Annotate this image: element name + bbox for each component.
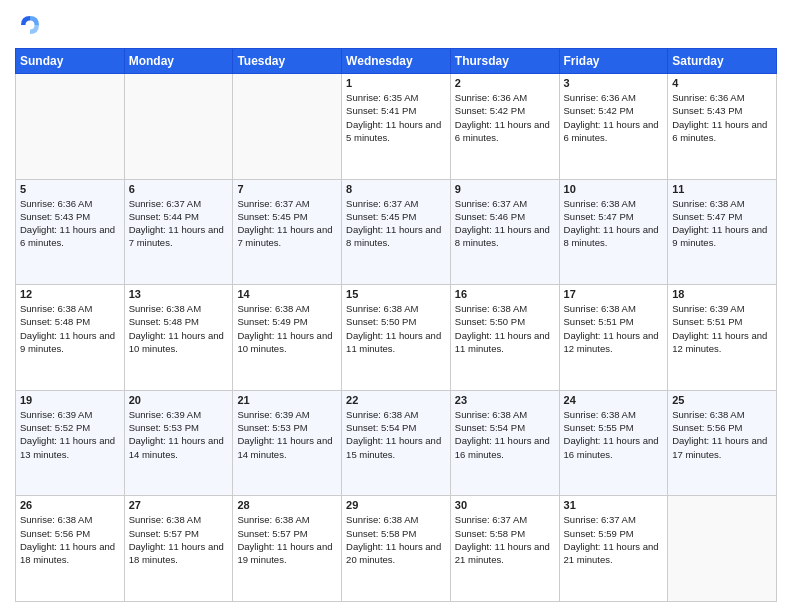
day-number: 12 [20, 288, 120, 300]
day-info: Sunrise: 6:37 AMSunset: 5:58 PMDaylight:… [455, 513, 555, 566]
day-info: Sunrise: 6:39 AMSunset: 5:53 PMDaylight:… [129, 408, 229, 461]
calendar-cell: 2Sunrise: 6:36 AMSunset: 5:42 PMDaylight… [450, 74, 559, 180]
day-info: Sunrise: 6:38 AMSunset: 5:58 PMDaylight:… [346, 513, 446, 566]
calendar-cell: 17Sunrise: 6:38 AMSunset: 5:51 PMDayligh… [559, 285, 668, 391]
calendar-cell: 25Sunrise: 6:38 AMSunset: 5:56 PMDayligh… [668, 390, 777, 496]
day-info: Sunrise: 6:37 AMSunset: 5:59 PMDaylight:… [564, 513, 664, 566]
calendar-cell: 11Sunrise: 6:38 AMSunset: 5:47 PMDayligh… [668, 179, 777, 285]
day-number: 3 [564, 77, 664, 89]
day-info: Sunrise: 6:39 AMSunset: 5:53 PMDaylight:… [237, 408, 337, 461]
day-info: Sunrise: 6:38 AMSunset: 5:51 PMDaylight:… [564, 302, 664, 355]
day-number: 14 [237, 288, 337, 300]
calendar-cell: 23Sunrise: 6:38 AMSunset: 5:54 PMDayligh… [450, 390, 559, 496]
week-row-2: 12Sunrise: 6:38 AMSunset: 5:48 PMDayligh… [16, 285, 777, 391]
calendar-cell: 3Sunrise: 6:36 AMSunset: 5:42 PMDaylight… [559, 74, 668, 180]
week-row-1: 5Sunrise: 6:36 AMSunset: 5:43 PMDaylight… [16, 179, 777, 285]
calendar-cell [233, 74, 342, 180]
calendar-cell: 14Sunrise: 6:38 AMSunset: 5:49 PMDayligh… [233, 285, 342, 391]
calendar-cell: 12Sunrise: 6:38 AMSunset: 5:48 PMDayligh… [16, 285, 125, 391]
calendar-cell: 29Sunrise: 6:38 AMSunset: 5:58 PMDayligh… [342, 496, 451, 602]
calendar-cell: 10Sunrise: 6:38 AMSunset: 5:47 PMDayligh… [559, 179, 668, 285]
day-number: 16 [455, 288, 555, 300]
calendar-cell [124, 74, 233, 180]
day-info: Sunrise: 6:37 AMSunset: 5:45 PMDaylight:… [346, 197, 446, 250]
day-number: 19 [20, 394, 120, 406]
day-info: Sunrise: 6:36 AMSunset: 5:43 PMDaylight:… [672, 91, 772, 144]
day-info: Sunrise: 6:38 AMSunset: 5:55 PMDaylight:… [564, 408, 664, 461]
calendar-cell: 7Sunrise: 6:37 AMSunset: 5:45 PMDaylight… [233, 179, 342, 285]
calendar-cell: 30Sunrise: 6:37 AMSunset: 5:58 PMDayligh… [450, 496, 559, 602]
calendar: SundayMondayTuesdayWednesdayThursdayFrid… [15, 48, 777, 602]
calendar-cell: 16Sunrise: 6:38 AMSunset: 5:50 PMDayligh… [450, 285, 559, 391]
weekday-header-wednesday: Wednesday [342, 49, 451, 74]
calendar-cell: 19Sunrise: 6:39 AMSunset: 5:52 PMDayligh… [16, 390, 125, 496]
day-number: 28 [237, 499, 337, 511]
day-number: 9 [455, 183, 555, 195]
weekday-header-row: SundayMondayTuesdayWednesdayThursdayFrid… [16, 49, 777, 74]
day-number: 18 [672, 288, 772, 300]
calendar-cell: 24Sunrise: 6:38 AMSunset: 5:55 PMDayligh… [559, 390, 668, 496]
day-number: 24 [564, 394, 664, 406]
day-number: 29 [346, 499, 446, 511]
day-info: Sunrise: 6:38 AMSunset: 5:50 PMDaylight:… [346, 302, 446, 355]
day-number: 27 [129, 499, 229, 511]
day-number: 1 [346, 77, 446, 89]
day-number: 6 [129, 183, 229, 195]
calendar-cell: 1Sunrise: 6:35 AMSunset: 5:41 PMDaylight… [342, 74, 451, 180]
calendar-cell: 8Sunrise: 6:37 AMSunset: 5:45 PMDaylight… [342, 179, 451, 285]
logo [15, 10, 49, 40]
day-info: Sunrise: 6:38 AMSunset: 5:48 PMDaylight:… [20, 302, 120, 355]
calendar-cell: 9Sunrise: 6:37 AMSunset: 5:46 PMDaylight… [450, 179, 559, 285]
week-row-3: 19Sunrise: 6:39 AMSunset: 5:52 PMDayligh… [16, 390, 777, 496]
day-number: 23 [455, 394, 555, 406]
weekday-header-monday: Monday [124, 49, 233, 74]
calendar-cell: 22Sunrise: 6:38 AMSunset: 5:54 PMDayligh… [342, 390, 451, 496]
day-info: Sunrise: 6:37 AMSunset: 5:44 PMDaylight:… [129, 197, 229, 250]
week-row-0: 1Sunrise: 6:35 AMSunset: 5:41 PMDaylight… [16, 74, 777, 180]
week-row-4: 26Sunrise: 6:38 AMSunset: 5:56 PMDayligh… [16, 496, 777, 602]
weekday-header-sunday: Sunday [16, 49, 125, 74]
page: SundayMondayTuesdayWednesdayThursdayFrid… [0, 0, 792, 612]
calendar-cell: 15Sunrise: 6:38 AMSunset: 5:50 PMDayligh… [342, 285, 451, 391]
day-info: Sunrise: 6:38 AMSunset: 5:49 PMDaylight:… [237, 302, 337, 355]
day-number: 26 [20, 499, 120, 511]
calendar-cell: 27Sunrise: 6:38 AMSunset: 5:57 PMDayligh… [124, 496, 233, 602]
calendar-cell [16, 74, 125, 180]
weekday-header-tuesday: Tuesday [233, 49, 342, 74]
day-number: 30 [455, 499, 555, 511]
day-info: Sunrise: 6:38 AMSunset: 5:56 PMDaylight:… [672, 408, 772, 461]
day-number: 15 [346, 288, 446, 300]
day-info: Sunrise: 6:38 AMSunset: 5:47 PMDaylight:… [672, 197, 772, 250]
day-number: 5 [20, 183, 120, 195]
day-info: Sunrise: 6:38 AMSunset: 5:50 PMDaylight:… [455, 302, 555, 355]
day-number: 2 [455, 77, 555, 89]
calendar-cell: 31Sunrise: 6:37 AMSunset: 5:59 PMDayligh… [559, 496, 668, 602]
calendar-cell: 6Sunrise: 6:37 AMSunset: 5:44 PMDaylight… [124, 179, 233, 285]
day-info: Sunrise: 6:38 AMSunset: 5:48 PMDaylight:… [129, 302, 229, 355]
day-info: Sunrise: 6:39 AMSunset: 5:52 PMDaylight:… [20, 408, 120, 461]
day-number: 7 [237, 183, 337, 195]
calendar-cell: 26Sunrise: 6:38 AMSunset: 5:56 PMDayligh… [16, 496, 125, 602]
day-number: 22 [346, 394, 446, 406]
day-info: Sunrise: 6:37 AMSunset: 5:46 PMDaylight:… [455, 197, 555, 250]
day-number: 4 [672, 77, 772, 89]
day-info: Sunrise: 6:38 AMSunset: 5:54 PMDaylight:… [455, 408, 555, 461]
calendar-cell: 20Sunrise: 6:39 AMSunset: 5:53 PMDayligh… [124, 390, 233, 496]
day-number: 13 [129, 288, 229, 300]
day-info: Sunrise: 6:37 AMSunset: 5:45 PMDaylight:… [237, 197, 337, 250]
weekday-header-friday: Friday [559, 49, 668, 74]
day-info: Sunrise: 6:38 AMSunset: 5:47 PMDaylight:… [564, 197, 664, 250]
day-number: 10 [564, 183, 664, 195]
logo-icon [15, 10, 45, 40]
day-info: Sunrise: 6:38 AMSunset: 5:54 PMDaylight:… [346, 408, 446, 461]
calendar-cell: 5Sunrise: 6:36 AMSunset: 5:43 PMDaylight… [16, 179, 125, 285]
calendar-cell: 13Sunrise: 6:38 AMSunset: 5:48 PMDayligh… [124, 285, 233, 391]
day-info: Sunrise: 6:39 AMSunset: 5:51 PMDaylight:… [672, 302, 772, 355]
calendar-cell: 21Sunrise: 6:39 AMSunset: 5:53 PMDayligh… [233, 390, 342, 496]
day-number: 8 [346, 183, 446, 195]
day-info: Sunrise: 6:35 AMSunset: 5:41 PMDaylight:… [346, 91, 446, 144]
day-number: 11 [672, 183, 772, 195]
calendar-cell: 4Sunrise: 6:36 AMSunset: 5:43 PMDaylight… [668, 74, 777, 180]
day-number: 25 [672, 394, 772, 406]
day-info: Sunrise: 6:36 AMSunset: 5:42 PMDaylight:… [455, 91, 555, 144]
